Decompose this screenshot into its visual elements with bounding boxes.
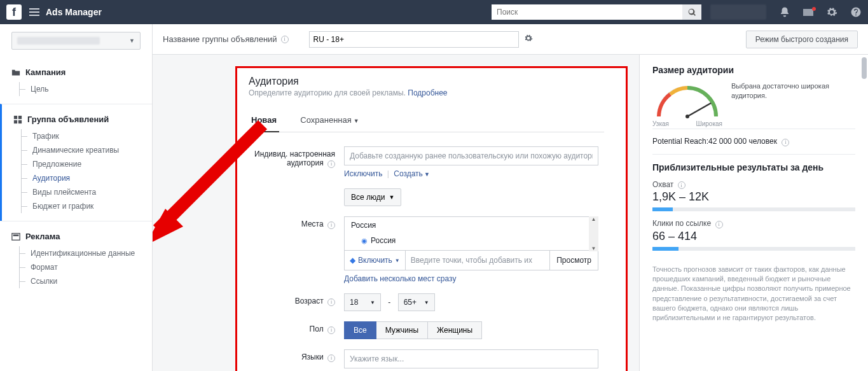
languages-label: Языки <box>249 349 344 368</box>
nav-head-label: Реклама <box>25 232 60 241</box>
gender-male-button[interactable]: Мужчины <box>376 321 428 339</box>
nav-head-label: Группа объявлений <box>27 115 109 124</box>
chevron-down-icon: ▼ <box>354 118 359 124</box>
svg-rect-2 <box>14 120 17 123</box>
location-view-button[interactable]: Просмотр <box>549 251 598 270</box>
nav-head-campaign[interactable]: Кампания <box>0 64 152 81</box>
search-button[interactable] <box>682 4 701 20</box>
nav-head-ad[interactable]: Реклама <box>0 228 152 245</box>
gender-all-button[interactable]: Все <box>344 321 376 339</box>
info-icon[interactable] <box>327 221 335 229</box>
left-sidebar: ▼ Кампания Цель Группа объявлений Трафик… <box>0 24 153 371</box>
flag-icon[interactable] <box>803 9 813 16</box>
info-icon[interactable] <box>715 221 723 228</box>
age-min-select[interactable]: 18▼ <box>344 293 381 311</box>
nav-list-ad: Идентификационные данные Формат Ссылки <box>0 246 152 288</box>
info-icon[interactable] <box>782 139 789 146</box>
nav-item[interactable]: Формат <box>0 260 152 274</box>
svg-line-7 <box>687 103 711 116</box>
potential-reach: Potential Reach:42 000 000 человек <box>652 137 855 146</box>
chevron-down-icon: ▼ <box>395 258 400 263</box>
nav-item[interactable]: Динамические креативы <box>2 143 152 157</box>
nav-section-adset: Группа объявлений Трафик Динамические кр… <box>0 104 152 221</box>
info-icon[interactable] <box>281 36 289 43</box>
nav-list-adset: Трафик Динамические креативы Предложение… <box>2 129 152 213</box>
include-toggle[interactable]: ◆Включить▼ <box>345 251 406 270</box>
ad-icon <box>11 232 20 241</box>
tab-new[interactable]: Новая <box>249 110 279 132</box>
notifications-icon[interactable] <box>779 6 790 18</box>
section-title: Аудитория <box>249 76 604 87</box>
exclude-link[interactable]: Исключить <box>344 169 382 178</box>
chevron-down-icon: ▼ <box>389 194 394 200</box>
nav-head-adset[interactable]: Группа объявлений <box>2 111 152 128</box>
everyone-select[interactable]: Все люди▼ <box>344 188 401 206</box>
languages-input[interactable] <box>344 349 598 368</box>
scrollbar-thumb[interactable] <box>862 57 867 79</box>
nav-item[interactable]: Трафик <box>2 129 152 143</box>
gender-female-button[interactable]: Женщины <box>427 321 482 339</box>
chevron-down-icon: ▼ <box>424 300 429 305</box>
nav-item-goal[interactable]: Цель <box>0 82 152 96</box>
search-input[interactable] <box>492 4 682 20</box>
nav-list-campaign: Цель <box>0 82 152 96</box>
account-select[interactable]: ▼ <box>11 32 141 50</box>
audience-tabs: Новая Сохраненная▼ <box>249 110 604 132</box>
nav-head-label: Кампания <box>25 67 65 77</box>
menu-icon[interactable] <box>29 8 39 16</box>
right-column: Размер аудитории УзкаяШирокая В <box>639 55 868 371</box>
tab-saved[interactable]: Сохраненная▼ <box>298 110 361 131</box>
topbar: f Ads Manager <box>0 0 868 24</box>
add-multiple-locations-link[interactable]: Добавить несколько мест сразу <box>344 274 598 283</box>
adset-name-settings-icon[interactable] <box>524 34 533 45</box>
metric-clicks-value: 66 – 414 <box>652 230 855 243</box>
create-link[interactable]: Создать▼ <box>394 169 430 178</box>
settings-icon[interactable] <box>826 6 837 18</box>
nav-item[interactable]: Бюджет и график <box>2 199 152 213</box>
nav-item[interactable]: Ссылки <box>0 274 152 288</box>
info-icon[interactable] <box>678 181 685 189</box>
svg-point-8 <box>685 115 689 118</box>
metric-clicks-label: Клики по ссылке <box>652 219 855 228</box>
nav-item[interactable]: Предложение <box>2 157 152 171</box>
grid-icon <box>13 115 22 124</box>
account-chip[interactable] <box>710 4 766 20</box>
form-column: Аудитория Определите аудиторию для своей… <box>153 55 639 371</box>
adset-name-label: Название группы объявлений <box>163 34 277 44</box>
custom-audience-label: Индивид. настроенная аудитория <box>249 146 344 178</box>
location-input[interactable] <box>406 251 549 270</box>
svg-rect-4 <box>12 233 20 240</box>
info-icon[interactable] <box>327 354 335 362</box>
age-label: Возраст <box>249 293 344 311</box>
nav-item-audience[interactable]: Аудитория <box>2 171 152 185</box>
facebook-logo[interactable]: f <box>6 4 22 20</box>
nav-item[interactable]: Идентификационные данные <box>0 246 152 260</box>
chevron-down-icon: ▼ <box>370 300 375 305</box>
svg-rect-0 <box>14 115 17 118</box>
location-item[interactable]: ◉ Россия <box>345 234 598 250</box>
nav-item[interactable]: Виды плейсмента <box>2 185 152 199</box>
section-desc: Определите аудиторию для своей рекламы. … <box>249 88 604 97</box>
info-icon[interactable] <box>327 298 335 306</box>
quick-creation-button[interactable]: Режим быстрого создания <box>746 31 858 48</box>
chevron-down-icon: ▼ <box>424 171 430 178</box>
learn-more-link[interactable]: Подробнее <box>408 88 447 97</box>
metric-reach-label: Охват <box>652 180 855 190</box>
adset-name-input[interactable] <box>309 31 519 48</box>
metric-clicks-bar <box>652 247 855 251</box>
custom-audience-input[interactable] <box>344 146 598 165</box>
scrollbar[interactable]: ▲▼ <box>589 216 598 251</box>
info-icon[interactable] <box>327 160 335 168</box>
gender-segmented: Все Мужчины Женщины <box>344 321 482 339</box>
gauge-narrow-label: Узкая <box>652 120 669 127</box>
app-title: Ads Manager <box>46 7 102 17</box>
audience-section: Аудитория Определите аудиторию для своей… <box>235 66 628 371</box>
age-max-select[interactable]: 65+▼ <box>398 293 435 311</box>
gauge-message: Выбрана достаточно широкая аудитория. <box>731 81 855 121</box>
estimated-results-title: Приблизительные результаты за день <box>652 162 855 172</box>
location-country-header: Россия <box>345 217 598 234</box>
help-icon[interactable] <box>850 6 862 18</box>
estimates-disclaimer: Точность прогнозов зависит от таких факт… <box>652 265 855 323</box>
nav-section-campaign: Кампания Цель <box>0 57 152 104</box>
info-icon[interactable] <box>327 326 335 334</box>
